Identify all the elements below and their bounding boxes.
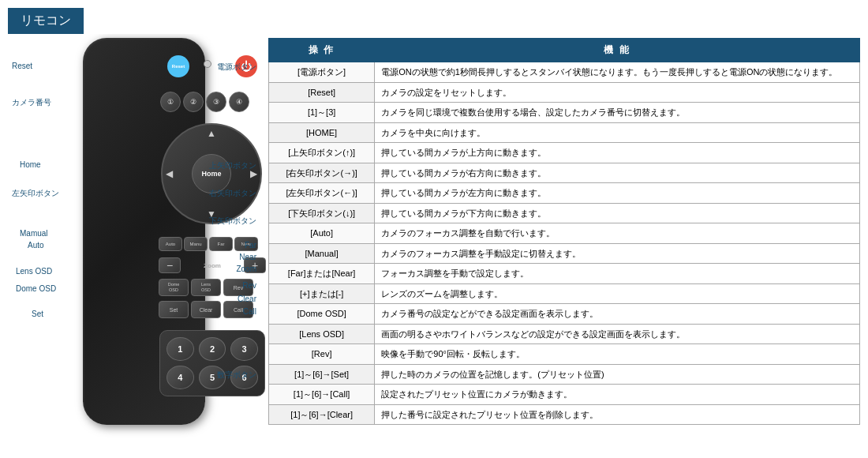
auto-button[interactable]: Auto — [159, 237, 182, 251]
right-arrow-label: 右矢印ボタン — [209, 188, 256, 199]
table-row: [1]～[6]→[Set]押した時のカメラの位置を記憶します。(プリセット位置) — [269, 364, 860, 385]
lens-osd-button[interactable]: LensOSD — [191, 279, 221, 296]
table-row: [1]～[6]→[Clear]押した番号に設定されたプリセット位置を削除します。 — [269, 404, 860, 425]
table-row: [上矢印ボタン(↑)]押している間カメラが上方向に動きます。 — [269, 143, 860, 163]
osd-row: DomeOSD LensOSD Rev — [159, 279, 253, 296]
led-indicator — [204, 60, 211, 68]
operation-cell: [1]～[6]→[Call] — [269, 385, 375, 405]
num-btn-3[interactable]: 3 — [230, 337, 258, 361]
header-bar: リモコン — [8, 8, 84, 34]
home-label: Home — [20, 160, 41, 169]
remote-body: Reset ⏻ ① ② ③ ④ ▲ ▼ ◀ — [83, 38, 205, 425]
table-row: [HOME]カメラを中央に向けます。 — [269, 122, 860, 143]
manual-button[interactable]: Manu — [184, 237, 208, 251]
zoom-label-right: Zoom — [236, 265, 256, 273]
operation-cell: [上矢印ボタン(↑)] — [269, 143, 375, 163]
table-row: [Manual]カメラのフォーカス調整を手動設定に切替えます。 — [269, 243, 860, 264]
zoom-minus-button[interactable]: − — [159, 257, 181, 273]
num-btn-1[interactable]: 1 — [166, 337, 194, 361]
table-row: [左矢印ボタン(←)]押している間カメラが左方向に動きます。 — [269, 183, 860, 204]
manual-label: Mamual — [20, 229, 48, 238]
dome-osd-label: Dome OSD — [16, 284, 56, 293]
operation-cell: [1]～[3] — [269, 103, 375, 123]
operations-table: 操 作 機 能 [電源ボタン]電源ONの状態で約1秒間長押しするとスタンバイ状態… — [268, 38, 860, 425]
operation-cell: [左矢印ボタン(←)] — [269, 183, 375, 204]
operation-cell: [Reset] — [269, 82, 375, 103]
camera-number-buttons: ① ② ③ ④ — [160, 92, 249, 112]
auto-label: Auto — [28, 241, 44, 250]
dpad-container: ▲ ▼ ◀ ▶ Home — [161, 123, 264, 226]
table-row: [Rev]映像を手動で90°回転・反転します。 — [269, 344, 860, 365]
description-cell: 押している間カメラが下方向に動きます。 — [375, 203, 860, 223]
description-cell: 押した番号に設定されたプリセット位置を削除します。 — [375, 404, 860, 425]
description-cell: カメラ番号の設定などができる設定画面を表示します。 — [375, 304, 860, 325]
lens-osd-label: Lens OSD — [16, 267, 52, 276]
far-button[interactable]: Far — [209, 237, 233, 251]
table-row: [右矢印ボタン(→)]押している間カメラが右方向に動きます。 — [269, 163, 860, 183]
cam-btn-4[interactable]: ④ — [229, 92, 249, 112]
description-cell: カメラのフォーカス調整を手動設定に切替えます。 — [375, 243, 860, 264]
num-btn-2[interactable]: 2 — [199, 337, 226, 361]
set-button[interactable]: Set — [159, 301, 189, 318]
description-cell: 画面の明るさやホワイトバランスなどの設定ができる設定画面を表示します。 — [375, 324, 860, 344]
numpad: 1 2 3 4 5 6 — [159, 330, 265, 396]
description-cell: 押している間カメラが左方向に動きます。 — [375, 183, 860, 204]
far-label: Far — [245, 241, 256, 250]
dome-osd-button[interactable]: DomeOSD — [159, 279, 189, 296]
num-btn-4[interactable]: 4 — [166, 366, 194, 389]
description-cell: 押した時のカメラの位置を記憶します。(プリセット位置) — [375, 364, 860, 385]
up-arrow[interactable]: ▲ — [207, 128, 216, 139]
reset-button[interactable]: Reset — [167, 55, 189, 77]
table-row: [Reset]カメラの設定をリセットします。 — [269, 82, 860, 103]
operation-cell: [Manual] — [269, 243, 375, 264]
dpad-ring: ▲ ▼ ◀ ▶ Home — [161, 123, 262, 224]
operation-cell: [電源ボタン] — [269, 62, 375, 83]
zoom-label: Zoom — [184, 262, 241, 269]
down-arrow-label: 下矢印ボタン — [209, 216, 256, 227]
table-row: [電源ボタン]電源ONの状態で約1秒間長押しするとスタンバイ状態になります。もう… — [269, 62, 860, 83]
table-row: [Lens OSD]画面の明るさやホワイトバランスなどの設定ができる設定画面を表… — [269, 324, 860, 344]
cam-btn-1[interactable]: ① — [160, 92, 181, 112]
table-row: [下矢印ボタン(↓)]押している間カメラが下方向に動きます。 — [269, 203, 860, 223]
operation-cell: [下矢印ボタン(↓)] — [269, 203, 375, 223]
description-cell: 押している間カメラが右方向に動きます。 — [375, 163, 860, 183]
table-row: [1]～[3]カメラを同じ環境で複数台使用する場合、設定したカメラ番号に切替えま… — [269, 103, 860, 123]
col-operation: 操 作 — [269, 39, 375, 62]
operation-cell: [HOME] — [269, 122, 375, 143]
numeric-label: 数字ボタン — [217, 370, 256, 381]
up-arrow-label: 上矢印ボタン — [209, 160, 256, 171]
operation-cell: [Lens OSD] — [269, 324, 375, 344]
call-label: Call — [243, 307, 256, 316]
focus-buttons-row: Auto Manu Far Near — [159, 237, 258, 251]
cam-btn-2[interactable]: ② — [183, 92, 204, 112]
table-row: [Dome OSD]カメラ番号の設定などができる設定画面を表示します。 — [269, 304, 860, 325]
set-clear-call-row: Set Clear Call — [159, 301, 253, 318]
power-label: 電源ボタン — [217, 62, 256, 73]
left-arrow[interactable]: ◀ — [166, 168, 173, 179]
left-arrow-label: 左矢印ボタン — [12, 188, 59, 199]
description-cell: カメラを同じ環境で複数台使用する場合、設定したカメラ番号に切替えます。 — [375, 103, 860, 123]
description-cell: カメラのフォーカス調整を自動で行います。 — [375, 223, 860, 244]
remote-section: Reset ⏻ ① ② ③ ④ ▲ ▼ ◀ — [8, 34, 260, 450]
set-label: Set — [32, 310, 43, 318]
clear-button[interactable]: Clear — [191, 301, 221, 318]
numpad-row-1: 1 2 3 — [166, 337, 258, 361]
operation-cell: [1]～[6]→[Clear] — [269, 404, 375, 425]
description-cell: 映像を手動で90°回転・反転します。 — [375, 344, 860, 365]
description-cell: カメラを中央に向けます。 — [375, 122, 860, 143]
description-cell: フォーカス調整を手動で設定します。 — [375, 264, 860, 284]
clear-label: Clear — [238, 295, 256, 303]
table-row: [+]または[-]レンズのズームを調整します。 — [269, 283, 860, 304]
cam-btn-3[interactable]: ③ — [206, 92, 226, 112]
operation-cell: [Rev] — [269, 344, 375, 365]
table-row: [Auto]カメラのフォーカス調整を自動で行います。 — [269, 223, 860, 244]
description-cell: レンズのズームを調整します。 — [375, 283, 860, 304]
reset-label: Reset — [12, 62, 32, 70]
rev-label: Rev — [242, 281, 256, 290]
col-function: 機 能 — [375, 39, 860, 62]
description-cell: 設定されたプリセット位置にカメラが動きます。 — [375, 385, 860, 405]
near-label: Near — [239, 253, 256, 261]
description-cell: カメラの設定をリセットします。 — [375, 82, 860, 103]
table-row: [1]～[6]→[Call]設定されたプリセット位置にカメラが動きます。 — [269, 385, 860, 405]
camera-num-label: カメラ番号 — [12, 97, 51, 108]
